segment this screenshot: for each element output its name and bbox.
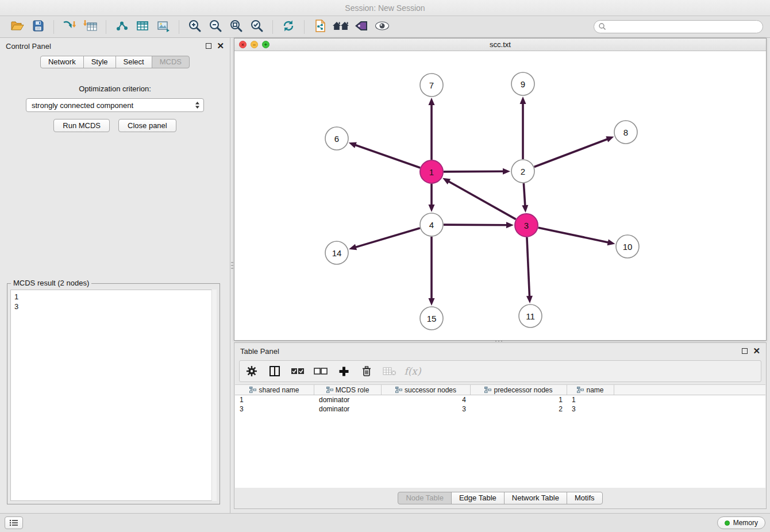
graph-edge-4-3[interactable]: [444, 225, 507, 225]
graph-edge-arrowhead: [429, 205, 435, 212]
table-tab-motifs[interactable]: Motifs: [567, 492, 603, 504]
zoom-in-button[interactable]: [184, 18, 205, 36]
task-history-button[interactable]: [5, 516, 23, 529]
graph-edge-1-6[interactable]: [355, 145, 420, 168]
delete-row-icon[interactable]: [359, 363, 374, 379]
table-tab-network-table[interactable]: Network Table: [504, 492, 567, 504]
graph-edge-arrowhead: [520, 97, 526, 104]
column-header-shared-name[interactable]: shared name: [235, 385, 314, 395]
graph-edge-2-3[interactable]: [523, 183, 525, 206]
import-network-button[interactable]: [59, 18, 80, 36]
column-visibility-icon[interactable]: [267, 363, 282, 379]
run-mcds-button[interactable]: Run MCDS: [53, 119, 110, 132]
toolbar-separator: [106, 20, 106, 34]
zoom-selected-button[interactable]: [247, 18, 267, 36]
graph-node-label: 1: [429, 167, 434, 177]
optimization-dropdown-value: strongly connected component: [32, 101, 133, 110]
graph-edge-3-1[interactable]: [448, 181, 516, 219]
graph-edge-2-8[interactable]: [534, 139, 609, 167]
refresh-layout-icon: [282, 20, 295, 34]
close-window-button[interactable]: ×: [239, 41, 247, 48]
control-panel: Control Panel ✕ NetworkStyleSelectMCDS O…: [0, 38, 230, 513]
column-header-successor-nodes[interactable]: successor nodes: [382, 385, 471, 395]
column-header-predecessor-nodes[interactable]: predecessor nodes: [471, 385, 567, 395]
export-image-button[interactable]: [153, 18, 174, 36]
result-scrollbar[interactable]: [211, 290, 217, 501]
graph-edge-4-14[interactable]: [355, 228, 420, 248]
graph-edge-3-10[interactable]: [538, 228, 609, 242]
close-table-panel-icon[interactable]: ✕: [753, 348, 760, 354]
graph-node-label: 15: [427, 314, 437, 323]
graph-edge-1-2[interactable]: [444, 171, 504, 172]
open-session-icon: [10, 20, 25, 34]
import-table-button[interactable]: [80, 18, 101, 36]
network-window-titlebar: × − + scc.txt: [234, 38, 766, 51]
mcds-result-title: MCDS result (2 nodes): [11, 279, 91, 287]
tab-mcds[interactable]: MCDS: [152, 56, 190, 68]
style-tag-icon: [354, 20, 369, 34]
open-document-icon: [314, 19, 326, 35]
graph-edge-arrowhead: [607, 239, 615, 245]
tab-network[interactable]: Network: [40, 56, 84, 68]
mcds-result-list: 13: [10, 290, 217, 501]
open-session-button[interactable]: [7, 18, 28, 36]
close-panel-icon[interactable]: ✕: [217, 43, 224, 49]
home-button[interactable]: [330, 18, 351, 36]
close-panel-button[interactable]: Close panel: [118, 119, 176, 132]
graph-node-label: 4: [429, 220, 434, 230]
graph-edge-arrowhead: [429, 298, 435, 306]
graph-node-label: 11: [526, 311, 535, 321]
memory-button[interactable]: Memory: [717, 516, 765, 529]
table-body: 1dominator4113dominator323: [235, 395, 765, 414]
style-tag-button[interactable]: [351, 18, 372, 36]
mcds-result-line: 3: [14, 302, 213, 311]
graph-node-label: 8: [623, 128, 628, 137]
new-table-icon: [136, 20, 149, 34]
function-builder-icon[interactable]: f(x): [405, 363, 420, 379]
zoom-window-button[interactable]: +: [262, 41, 270, 48]
application-window: Session: New Session: [0, 0, 770, 532]
refresh-layout-button[interactable]: [278, 18, 299, 36]
table-tab-node-table[interactable]: Node Table: [398, 492, 452, 504]
status-bar: Memory: [0, 513, 770, 532]
new-network-button[interactable]: [111, 18, 132, 36]
zoom-fit-button[interactable]: [226, 18, 247, 36]
float-table-panel-icon[interactable]: [742, 348, 748, 354]
column-header-MCDS-role[interactable]: MCDS role: [314, 385, 382, 395]
column-sort-icon: [577, 387, 584, 393]
select-all-icon[interactable]: [290, 363, 305, 379]
new-table-button[interactable]: [132, 18, 153, 36]
graph-node-label: 10: [623, 242, 633, 252]
settings-gear-icon[interactable]: [244, 363, 259, 379]
zoom-out-button[interactable]: [205, 18, 226, 36]
column-header-name[interactable]: name: [567, 385, 614, 395]
tab-style[interactable]: Style: [83, 56, 116, 68]
open-document-button[interactable]: [310, 18, 330, 36]
delete-table-icon[interactable]: [382, 363, 397, 379]
graph-edge-arrowhead: [506, 222, 514, 228]
search-icon: [598, 22, 606, 33]
save-session-button[interactable]: [28, 18, 48, 36]
optimization-dropdown[interactable]: strongly connected component: [26, 98, 204, 112]
table-row[interactable]: 3dominator323: [235, 404, 765, 414]
add-row-icon[interactable]: [336, 363, 351, 379]
minimize-window-button[interactable]: −: [251, 41, 258, 48]
eye-button[interactable]: [372, 18, 392, 36]
deselect-all-icon[interactable]: [313, 363, 328, 379]
float-panel-icon[interactable]: [206, 43, 211, 49]
graph-edge-3-11[interactable]: [527, 237, 530, 297]
control-panel-title: Control Panel: [6, 42, 51, 51]
table-panel: Table Panel ✕: [234, 342, 767, 509]
tab-select[interactable]: Select: [116, 56, 152, 68]
network-canvas[interactable]: 7968124310141511: [234, 51, 766, 340]
table-tab-edge-table[interactable]: Edge Table: [451, 492, 505, 504]
column-sort-icon: [249, 387, 256, 393]
splitter-grip-icon: [231, 262, 233, 277]
save-session-icon: [32, 20, 44, 34]
search-input[interactable]: [594, 20, 763, 33]
table-cell: 3: [567, 405, 614, 413]
main-toolbar: [0, 16, 770, 38]
node-table: shared nameMCDS rolesuccessor nodesprede…: [235, 384, 765, 488]
table-cell: 3: [382, 405, 471, 413]
table-row[interactable]: 1dominator411: [235, 395, 765, 404]
